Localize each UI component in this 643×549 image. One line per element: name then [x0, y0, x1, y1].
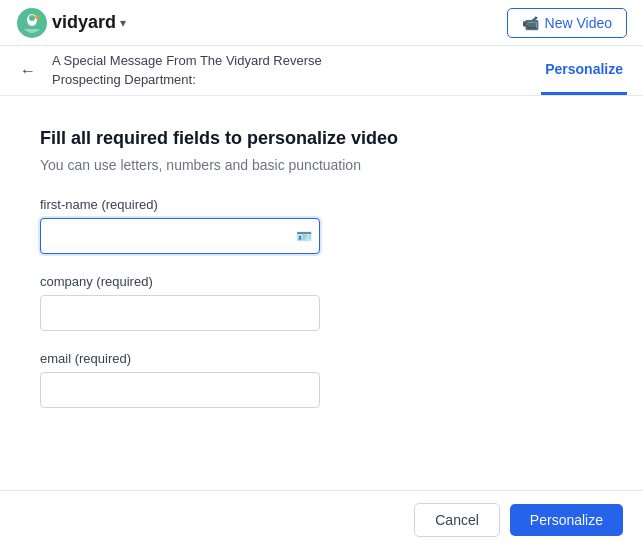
logo-dropdown-icon[interactable]: ▾	[120, 16, 126, 30]
footer: Cancel Personalize	[0, 490, 643, 549]
company-label: company (required)	[40, 274, 603, 289]
email-label: email (required)	[40, 351, 603, 366]
svg-point-2	[29, 15, 35, 21]
form-title: Fill all required fields to personalize …	[40, 128, 603, 149]
back-arrow-icon: ←	[20, 62, 36, 80]
form-subtitle: You can use letters, numbers and basic p…	[40, 157, 603, 173]
form-group-company: company (required)	[40, 274, 603, 331]
email-input[interactable]	[40, 372, 320, 408]
firstname-label: first-name (required)	[40, 197, 603, 212]
vidyard-logo-icon	[16, 7, 48, 39]
main-content: Fill all required fields to personalize …	[0, 96, 643, 490]
cancel-button[interactable]: Cancel	[414, 503, 500, 537]
personalize-button[interactable]: Personalize	[510, 504, 623, 536]
video-title: A Special Message From The Vidyard Rever…	[52, 52, 322, 88]
email-input-wrapper	[40, 372, 320, 408]
logo-area: vidyard ▾	[16, 7, 126, 39]
new-video-button[interactable]: 📹 New Video	[507, 8, 627, 38]
logo-text: vidyard	[52, 12, 116, 33]
form-group-email: email (required)	[40, 351, 603, 408]
svg-point-3	[35, 15, 39, 19]
firstname-input-wrapper: 🪪	[40, 218, 320, 254]
logo[interactable]: vidyard ▾	[16, 7, 126, 39]
new-video-label: New Video	[545, 15, 612, 31]
app-header: vidyard ▾ 📹 New Video	[0, 0, 643, 46]
company-input-wrapper	[40, 295, 320, 331]
tab-area: Personalize	[541, 46, 627, 95]
back-button[interactable]: ←	[16, 58, 40, 84]
tab-personalize[interactable]: Personalize	[541, 46, 627, 95]
camera-icon: 📹	[522, 15, 539, 31]
sub-header: ← A Special Message From The Vidyard Rev…	[0, 46, 643, 96]
company-input[interactable]	[40, 295, 320, 331]
firstname-input[interactable]	[40, 218, 320, 254]
form-group-firstname: first-name (required) 🪪	[40, 197, 603, 254]
